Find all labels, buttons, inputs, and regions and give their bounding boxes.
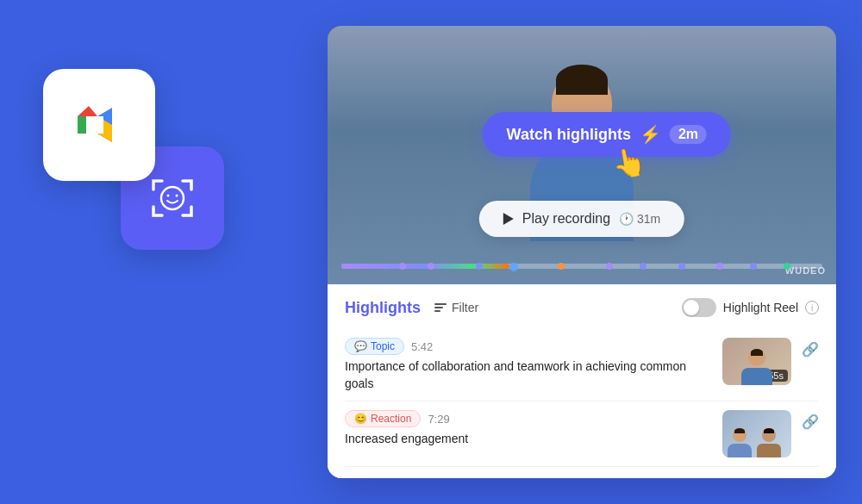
info-icon[interactable]: i [805, 301, 819, 314]
timeline-dot-5 [606, 263, 613, 270]
thumb-inner-1: 55s [722, 338, 791, 385]
timeline-dot-9 [750, 263, 757, 270]
scan-icon [145, 171, 200, 226]
highlight-item-2-text: Increased engagement [345, 431, 712, 448]
timeline-dot-10 [784, 263, 790, 270]
timeline-dot-8 [716, 263, 723, 270]
reaction-tag-label: Reaction [371, 413, 411, 425]
recording-duration: 🕐 31m [619, 212, 660, 226]
filter-line-3 [434, 310, 440, 312]
toggle-knob [684, 300, 699, 315]
highlight-item-2: 😊 Reaction 7:29 Increased engagement [345, 401, 819, 467]
watch-highlights-label: Watch highlights [507, 126, 631, 144]
play-recording-label: Play recording [522, 211, 610, 227]
highlights-title: Highlights [345, 299, 421, 317]
svg-point-3 [167, 195, 170, 197]
filter-line-1 [434, 303, 447, 305]
reaction-tag-icon: 😊 [354, 413, 367, 425]
filter-line-2 [434, 307, 443, 308]
highlight-reel-toggle[interactable] [682, 298, 716, 317]
video-area: Watch highlights ⚡ 2m 👆 Play recording 🕐… [328, 26, 836, 284]
link-symbol-1: 🔗 [802, 342, 819, 357]
highlight-item-2-time: 7:29 [428, 413, 449, 426]
timeline-dot-active [509, 263, 518, 271]
svg-rect-1 [86, 116, 103, 134]
timeline-progress [341, 264, 509, 269]
highlight-item-2-content: 😊 Reaction 7:29 Increased engagement [345, 410, 712, 448]
thumb-inner-2 [722, 410, 791, 457]
topic-tag-label: Topic [371, 340, 395, 352]
filter-button[interactable]: Filter [434, 301, 478, 314]
highlights-header: Highlights Filter Highlight Reel i [345, 298, 819, 317]
highlight-item-1: 💬 Topic 5:42 Importance of collaboration… [345, 329, 819, 401]
play-recording-button[interactable]: Play recording 🕐 31m [479, 201, 684, 237]
play-triangle-icon [503, 213, 514, 225]
main-panel: Watch highlights ⚡ 2m 👆 Play recording 🕐… [328, 26, 836, 478]
highlight-item-1-time: 5:42 [411, 340, 433, 353]
link-symbol-2: 🔗 [802, 414, 819, 429]
google-meet-card [43, 69, 155, 181]
link-icon-1[interactable]: 🔗 [802, 341, 819, 358]
google-meet-icon [65, 90, 134, 159]
highlights-duration: 2m [670, 125, 707, 144]
topic-tag: 💬 Topic [345, 338, 404, 355]
filter-lines-icon [434, 303, 447, 312]
timeline-dot-1 [399, 263, 406, 270]
toggle-label: Highlight Reel [723, 301, 798, 314]
timeline-dot-4 [558, 263, 565, 270]
svg-point-4 [176, 195, 178, 197]
reaction-tag: 😊 Reaction [345, 410, 421, 427]
highlight-item-1-content: 💬 Topic 5:42 Importance of collaboration… [345, 338, 712, 392]
highlight-item-1-tag-row: 💬 Topic 5:42 [345, 338, 712, 355]
link-icon-2[interactable]: 🔗 [802, 414, 819, 430]
svg-point-2 [161, 187, 184, 209]
highlight-item-1-text: Importance of collaboration and teamwork… [345, 358, 712, 392]
timeline-dot-7 [678, 263, 685, 270]
highlight-reel-toggle-area: Highlight Reel i [682, 298, 819, 317]
cursor-icon: 👆 [609, 144, 649, 182]
bottom-panel: Highlights Filter Highlight Reel i [328, 284, 836, 478]
timeline-dot-6 [640, 263, 646, 270]
filter-label: Filter [452, 301, 478, 314]
bolt-icon: ⚡ [640, 124, 661, 145]
highlight-item-2-tag-row: 😊 Reaction 7:29 [345, 410, 712, 427]
topic-tag-icon: 💬 [354, 340, 367, 352]
video-background: Watch highlights ⚡ 2m 👆 Play recording 🕐… [328, 26, 836, 284]
highlight-item-1-thumb[interactable]: 55s [722, 338, 791, 385]
highlight-item-2-thumb[interactable] [722, 410, 791, 457]
person-hair [556, 65, 608, 95]
watch-highlights-button[interactable]: Watch highlights ⚡ 2m [483, 112, 731, 157]
video-timeline[interactable] [341, 264, 822, 269]
